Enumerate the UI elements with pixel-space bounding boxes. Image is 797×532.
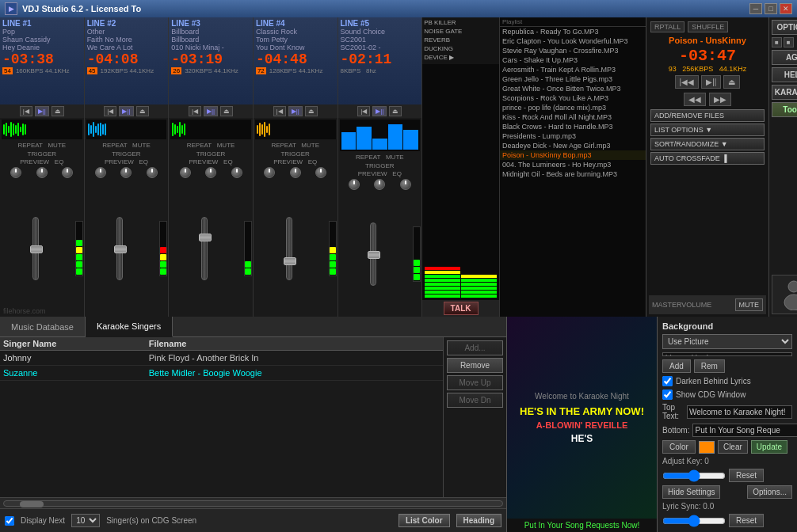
singer-row-suzanne[interactable]: Suzanne Bette Midler - Boogie Woogie <box>0 366 443 381</box>
background-files-list[interactable]: biz card bg.bmp VDJ Background.bmp micro… <box>662 352 792 356</box>
master-prev-btn[interactable]: |◀◀ <box>675 75 700 89</box>
karaoke-btn[interactable]: KARAOKE <box>772 85 797 100</box>
move-up-btn[interactable]: Move Up <box>447 375 503 390</box>
playlist-item-10[interactable]: Black Crows - Hard to Handle.MP3 <box>500 122 646 131</box>
ch4-play-btn[interactable]: ▶|| <box>288 106 303 116</box>
playlist-item-14[interactable]: 004. The Lumineers - Ho Hey.mp3 <box>500 160 646 169</box>
add-bg-btn[interactable]: Add <box>662 359 691 373</box>
playlist-item-11[interactable]: Presidents - Lump.mp3 <box>500 131 646 141</box>
adjust-key-slider[interactable] <box>662 471 726 481</box>
playlist-item-15[interactable]: Midnight Oil - Beds are burning.MP3 <box>500 169 646 179</box>
playlist-item-9[interactable]: Kiss - Rock And Roll All Night.MP3 <box>500 112 646 122</box>
playlist-item-4[interactable]: Aerosmith - Train Kept A Rollin.MP3 <box>500 65 646 74</box>
maximize-button[interactable]: □ <box>765 3 777 14</box>
show-cdg-checkbox[interactable] <box>662 390 673 400</box>
add-remove-files-btn[interactable]: ADD/REMOVE FILES <box>650 109 765 122</box>
lyric-sync-slider[interactable] <box>662 516 726 526</box>
ch2-prev-btn[interactable]: |◀ <box>104 106 116 116</box>
ch3-prev-btn[interactable]: |◀ <box>189 106 201 116</box>
list-color-button[interactable]: List Color <box>398 514 450 527</box>
singer-row-johnny[interactable]: Johnny Pink Floyd - Another Brick In <box>0 351 443 366</box>
ch1-eq-hi[interactable] <box>10 167 21 178</box>
ch1-eject-btn[interactable]: ⏏ <box>51 106 64 116</box>
bg-file-1[interactable]: biz card bg.bmp <box>663 353 791 356</box>
master-play-btn[interactable]: ▶|| <box>701 75 721 89</box>
horizontal-scrollbar[interactable] <box>0 497 506 508</box>
top-text-input[interactable] <box>687 405 792 419</box>
playlist-item-3[interactable]: Cars - Shake It Up.MP3 <box>500 55 646 65</box>
playlist-item-1[interactable]: Eric Clapton - You Look Wonderful.MP3 <box>500 36 646 46</box>
ch1-play-btn[interactable]: ▶|| <box>35 106 49 116</box>
playlist-item-5[interactable]: Green Jello - Three Little Pigs.mp3 <box>500 74 646 84</box>
ch1-prev-btn[interactable]: |◀ <box>20 106 32 116</box>
options-link-btn[interactable]: Options... <box>747 485 792 499</box>
reset-key-btn[interactable]: Reset <box>729 469 764 482</box>
ch4-prev-btn[interactable]: |◀ <box>273 106 286 116</box>
color-button[interactable]: Color <box>662 440 696 454</box>
rptall-button[interactable]: RPTALL <box>650 21 685 32</box>
ch1-fader[interactable] <box>32 217 39 280</box>
ch4-fader[interactable] <box>286 217 292 280</box>
playlist-item-2[interactable]: Stevie Ray Vaughan - Crossfire.MP3 <box>500 46 646 55</box>
tools-btn[interactable]: TooLs <box>772 102 797 117</box>
ch4-eq-lo[interactable] <box>315 167 326 178</box>
playlist-item-0[interactable]: Republica - Ready To Go.MP3 <box>500 27 646 36</box>
ch2-eject-btn[interactable]: ⏏ <box>136 106 149 116</box>
playlist-item-12[interactable]: Deadeye Dick - New Age Girl.mp3 <box>500 141 646 150</box>
color-swatch[interactable] <box>699 441 715 454</box>
sort-randomize-btn[interactable]: SORT/RANDOMIZE ▼ <box>650 138 765 150</box>
ch5-eq-mid[interactable] <box>374 179 385 190</box>
darken-checkbox[interactable] <box>662 376 673 386</box>
move-dn-btn[interactable]: Move Dn <box>447 393 503 408</box>
heading-button[interactable]: Heading <box>456 514 501 527</box>
ch5-prev-btn[interactable]: |◀ <box>357 106 370 116</box>
rem-bg-btn[interactable]: Rem <box>694 359 725 373</box>
remove-singer-btn[interactable]: Remove <box>447 358 503 373</box>
help-btn[interactable]: HELP <box>772 67 797 82</box>
ch1-eq-lo[interactable] <box>62 167 73 178</box>
auto-crossfade-btn[interactable]: AUTO CROSSFADE ▐ <box>650 152 765 165</box>
playlist-item-7[interactable]: Scorpions - Rock You Like A.MP3 <box>500 93 646 103</box>
ch4-eq-hi[interactable] <box>264 167 275 178</box>
ch2-play-btn[interactable]: ▶|| <box>119 106 133 116</box>
playlist-item-13[interactable]: Poison - UnsKinny Bop.mp3 <box>500 150 646 160</box>
ch2-fader[interactable] <box>116 217 123 280</box>
options-btn[interactable]: OPTIONS <box>772 20 797 35</box>
ch5-eject-btn[interactable]: ⏏ <box>389 106 402 116</box>
playlist-list[interactable]: Republica - Ready To Go.MP3Eric Clapton … <box>500 27 646 314</box>
clear-button[interactable]: Clear <box>718 440 748 454</box>
add-singer-btn[interactable]: Add... <box>447 340 503 355</box>
playlist-item-6[interactable]: Great White - Once Bitten Twice.MP3 <box>500 84 646 93</box>
tab-karaoke-singers[interactable]: Karaoke Singers <box>86 317 173 337</box>
ch5-eq-lo[interactable] <box>400 179 411 190</box>
minimize-button[interactable]: ─ <box>749 3 762 14</box>
master-eject-btn[interactable]: ⏏ <box>723 75 740 89</box>
list-options-btn[interactable]: LIST OPTIONS ▼ <box>650 124 765 136</box>
ch4-eq-mid[interactable] <box>290 167 301 178</box>
ch3-fader[interactable] <box>201 217 208 280</box>
ch2-eq-hi[interactable] <box>95 167 106 178</box>
master-fwd-btn[interactable]: ▶▶ <box>709 93 731 106</box>
playlist-item-8[interactable]: prince - pop life (dance mix).mp3 <box>500 103 646 112</box>
ch3-eject-btn[interactable]: ⏏ <box>220 106 233 116</box>
agc-mode1-btn[interactable]: ■ <box>772 37 782 48</box>
ch5-fader[interactable] <box>370 222 376 286</box>
reset-sync-btn[interactable]: Reset <box>729 514 764 527</box>
ch4-eject-btn[interactable]: ⏏ <box>305 106 318 116</box>
ch3-play-btn[interactable]: ▶|| <box>204 106 218 116</box>
close-button[interactable]: ✕ <box>780 3 792 14</box>
tab-music-database[interactable]: Music Database <box>0 317 86 336</box>
display-next-count-select[interactable]: 10 5 15 20 <box>71 514 100 527</box>
display-next-checkbox[interactable] <box>5 516 14 526</box>
ch1-eq-mid[interactable] <box>36 167 48 178</box>
agc-mode2-btn[interactable]: ■ <box>784 37 794 48</box>
ch3-eq-hi[interactable] <box>180 167 191 178</box>
master-rew-btn[interactable]: ◀◀ <box>684 93 706 106</box>
mute-master-btn[interactable]: MUTE <box>735 298 764 311</box>
ch2-eq-lo[interactable] <box>147 167 158 178</box>
ch2-eq-mid[interactable] <box>120 167 132 178</box>
ch5-play-btn[interactable]: ▶|| <box>372 106 387 116</box>
ch5-eq-hi[interactable] <box>349 179 360 190</box>
update-button[interactable]: Update <box>751 440 787 454</box>
talk-button[interactable]: TALK <box>444 302 479 315</box>
